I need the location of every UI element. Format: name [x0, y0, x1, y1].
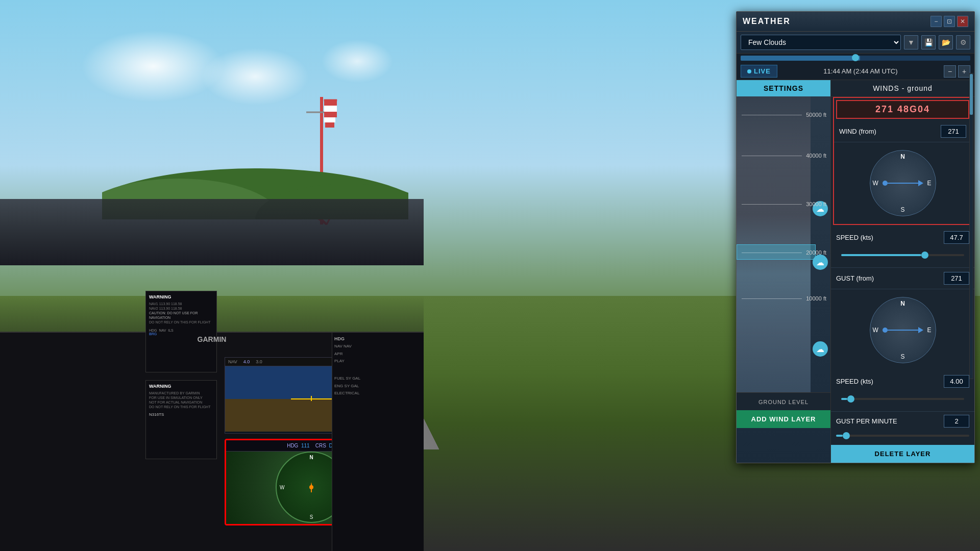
weather-main-content: SETTINGS 50000 ft 40000 ft	[737, 80, 974, 463]
settings-panel: SETTINGS 50000 ft 40000 ft	[737, 80, 831, 463]
speed-slider-container	[841, 250, 964, 260]
wind-panel: WINDS - ground 271 48G04 WIND (from) 271…	[831, 80, 974, 463]
compass-west: W	[873, 180, 878, 187]
wind-compass-container: N S E W	[834, 142, 971, 224]
gust-from-label: GUST (from)	[836, 274, 940, 282]
wind-arrow-origin-dot	[883, 181, 888, 186]
gust-speed-slider-row	[836, 391, 969, 407]
gust-from-row: GUST (from) 271	[831, 268, 974, 289]
speed-slider-bg	[841, 254, 964, 256]
speed-value[interactable]: 47.7	[944, 231, 969, 244]
titlebar-controls: − ⊡ ✕	[930, 16, 968, 27]
gust-pm-slider-bg	[836, 435, 969, 437]
preset-load-button[interactable]: 📂	[939, 35, 953, 49]
speed-slider-thumb[interactable]	[921, 252, 928, 259]
gust-speed-label: SPEED (kts)	[836, 378, 944, 385]
speed-slider-row	[836, 247, 969, 263]
warning-text-2: MANUFACTURED BY GARMIN FOR USE IN SIMULA…	[149, 391, 213, 409]
gust-speed-section: SPEED (kts) 4.00	[831, 371, 974, 412]
time-plus-button[interactable]: +	[958, 65, 970, 78]
gust-pm-slider-row	[831, 431, 974, 445]
warning-panel-2: WARNING MANUFACTURED BY GARMIN FOR USE I…	[145, 380, 217, 459]
wind-from-label: WIND (from)	[839, 128, 937, 135]
time-controls: − +	[944, 65, 970, 78]
speed-section: SPEED (kts) 47.7	[831, 227, 974, 268]
svg-rect-7	[324, 106, 337, 112]
vertical-scrollbar[interactable]	[969, 73, 973, 379]
live-button[interactable]: LIVE	[741, 65, 777, 78]
slider-row	[737, 54, 974, 63]
restore-button[interactable]: ⊡	[944, 16, 955, 27]
preset-dropdown-button[interactable]: ▼	[904, 35, 918, 49]
gust-speed-value[interactable]: 4.00	[944, 375, 969, 388]
gust-compass-west: W	[873, 327, 878, 334]
altitude-20000: 20000 ft	[737, 249, 830, 256]
gust-direction-arrow	[883, 327, 923, 333]
gust-per-minute-section: GUST PER MINUTE 2	[831, 412, 974, 431]
weather-preset-select[interactable]: Few Clouds	[741, 35, 901, 50]
warning-title-2: WARNING	[149, 384, 213, 389]
live-label: LIVE	[754, 67, 771, 75]
altitude-label-40000: 40000 ft	[802, 153, 830, 159]
cloud-layer-3[interactable]: ☁	[813, 341, 828, 357]
wind-arrow-head	[918, 180, 923, 186]
gust-pm-slider-fill	[836, 435, 843, 437]
preset-row: Few Clouds ▼ 💾 📂 ⚙	[737, 32, 974, 54]
gust-arrow-head	[918, 327, 923, 333]
svg-rect-6	[324, 99, 337, 106]
gust-compass-north: N	[900, 300, 905, 307]
weather-panel: WEATHER − ⊡ ✕ Few Clouds ▼ 💾 📂 ⚙ LIVE 11…	[736, 11, 975, 463]
svg-rect-9	[324, 117, 335, 122]
wind-ground-section: 271 48G04 WIND (from) 271 N S E W	[833, 97, 972, 225]
preset-save-button[interactable]: 💾	[921, 35, 936, 49]
svg-rect-8	[324, 112, 337, 117]
speed-slider-fill	[841, 254, 921, 256]
compass-north: N	[900, 153, 905, 160]
gust-arrow-shaft	[888, 330, 918, 331]
altitude-label-50000: 50000 ft	[802, 112, 830, 118]
gust-compass-container: N S E W	[831, 289, 974, 371]
gust-speed-slider-container	[841, 394, 964, 404]
gust-speed-label-row: SPEED (kts) 4.00	[836, 375, 969, 388]
time-minus-button[interactable]: −	[944, 65, 956, 78]
svg-rect-10	[325, 122, 334, 128]
preset-settings-button[interactable]: ⚙	[956, 35, 970, 49]
altitude-10000: 10000 ft	[737, 295, 830, 302]
scrollbar-thumb[interactable]	[970, 74, 973, 115]
gust-speed-slider-thumb[interactable]	[847, 395, 854, 403]
gust-from-value[interactable]: 271	[944, 272, 969, 285]
wind-from-value[interactable]: 271	[941, 125, 966, 138]
metar-display: 271 48G04	[836, 100, 969, 119]
cockpit-instruments: WARNING NAV1 113.90 118.58NAV2 113.90 11…	[0, 332, 424, 551]
warning-text-1: NAV1 113.90 118.58NAV2 113.90 118.58 CAU…	[149, 302, 213, 324]
altitude-label-10000: 10000 ft	[802, 295, 830, 302]
gust-per-minute-label: GUST PER MINUTE	[836, 417, 940, 425]
gust-compass-east: E	[927, 327, 931, 334]
warning-panel-1: WARNING NAV1 113.90 118.58NAV2 113.90 11…	[145, 291, 217, 372]
sky-clouds	[51, 26, 408, 153]
weather-titlebar: WEATHER − ⊡ ✕	[737, 12, 974, 32]
altitude-30000: 30000 ft	[737, 201, 830, 207]
cockpit-top-fade	[0, 199, 424, 265]
close-button[interactable]: ✕	[957, 16, 968, 27]
altitude-40000: 40000 ft	[737, 153, 830, 159]
altitude-label-30000: 30000 ft	[802, 201, 830, 207]
gust-pm-slider-thumb[interactable]	[843, 432, 850, 439]
weather-panel-title: WEATHER	[743, 17, 791, 26]
wind-arrow-shaft	[888, 183, 918, 184]
cloud-layer-2[interactable]: ☁	[813, 255, 828, 270]
compass-south: S	[900, 206, 904, 213]
wind-compass: N S E W	[870, 150, 936, 216]
gust-speed-slider-fill	[841, 398, 847, 400]
gust-per-minute-value[interactable]: 2	[944, 415, 969, 428]
speed-label: SPEED (kts)	[836, 234, 944, 241]
time-slider-thumb[interactable]	[852, 54, 859, 61]
wind-from-row: WIND (from) 271	[834, 121, 971, 142]
live-indicator-dot	[747, 69, 751, 73]
add-wind-layer-button[interactable]: ADD WIND LAYER	[737, 410, 830, 428]
compass-east: E	[927, 180, 931, 187]
minimize-button[interactable]: −	[930, 16, 942, 27]
altitude-label-20000: 20000 ft	[802, 249, 830, 256]
garmin-label: GARMIN	[198, 335, 227, 343]
delete-layer-button[interactable]: DELETE LAYER	[831, 445, 974, 463]
